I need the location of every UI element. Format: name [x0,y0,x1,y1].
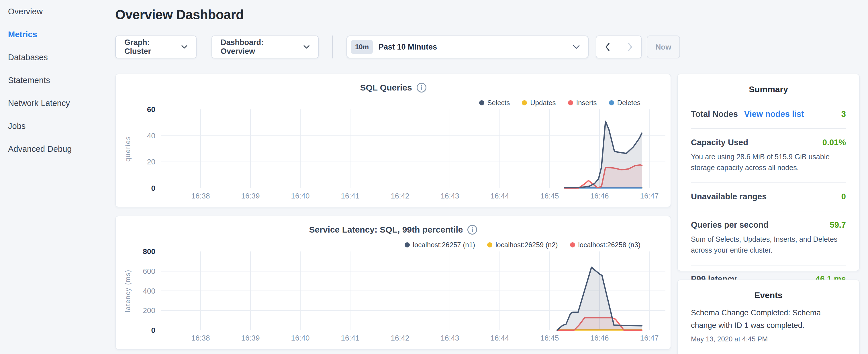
qps-value: 59.7 [830,220,846,230]
summary-row-capacity: Capacity Used 0.01% You are using 28.6 M… [691,129,846,183]
svg-text:16:47: 16:47 [640,334,658,342]
legend-dot-icon [487,242,492,248]
svg-text:800: 800 [143,247,155,256]
svg-text:16:42: 16:42 [391,334,409,342]
sidebar-item-overview[interactable]: Overview [0,0,115,23]
summary-row-unavailable-ranges: Unavailable ranges 0 [691,183,846,212]
svg-text:0: 0 [151,184,155,192]
svg-text:16:46: 16:46 [590,192,609,200]
time-step-buttons [596,35,642,58]
summary-panel: Summary Total Nodes View nodes list 3 Ca… [677,74,860,271]
svg-text:16:41: 16:41 [341,334,359,342]
svg-text:queries: queries [124,136,131,162]
dashboard-dropdown-label: Dashboard: Overview [221,38,298,56]
svg-text:16:44: 16:44 [490,192,509,200]
graph-dropdown-label: Graph: Cluster [124,38,176,56]
capacity-used-description: You are using 28.6 MiB of 515.9 GiB usab… [691,151,846,173]
total-nodes-label: Total Nodes [691,109,738,119]
svg-text:20: 20 [147,158,155,166]
unavailable-ranges-value: 0 [841,192,846,201]
sidebar-item-metrics[interactable]: Metrics [0,23,115,46]
svg-text:600: 600 [143,267,155,276]
time-range-badge: 10m [351,40,373,54]
view-nodes-list-link[interactable]: View nodes list [744,109,804,119]
chevron-down-icon [181,45,187,49]
chart-title-row: SQL Queriesi [116,83,671,93]
sidebar: OverviewMetricsDatabasesStatementsNetwor… [0,0,115,354]
event-list-item: Schema Change Completed: Schema change w… [691,307,846,343]
svg-text:16:40: 16:40 [291,192,309,200]
sidebar-item-statements[interactable]: Statements [0,69,115,92]
qps-description: Sum of Selects, Updates, Inserts, and De… [691,234,846,255]
svg-text:16:38: 16:38 [191,192,210,200]
capacity-used-value: 0.01% [823,138,846,147]
svg-text:400: 400 [143,287,155,295]
summary-row-qps: Queries per second 59.7 Sum of Selects, … [691,212,846,265]
controls-divider [333,35,333,58]
chart-title: Service Latency: SQL, 99th percentile [309,225,463,234]
svg-text:16:45: 16:45 [540,334,559,342]
chart-title-row: Service Latency: SQL, 99th percentilei [116,225,671,234]
step-back-button[interactable] [596,36,619,58]
event-text: Schema Change Completed: Schema change w… [691,307,846,332]
plot-area: 604020016:3816:3916:4016:4116:4216:4316:… [124,105,665,204]
svg-text:0: 0 [151,326,155,334]
svg-text:200: 200 [143,306,155,315]
dashboard-dropdown[interactable]: Dashboard: Overview [212,35,319,58]
sidebar-item-network-latency[interactable]: Network Latency [0,92,115,115]
svg-text:16:38: 16:38 [191,334,210,342]
legend-dot-icon [405,242,410,248]
sql-queries-chart-card: SQL QueriesiSelectsUpdatesInsertsDeletes… [115,74,671,207]
events-title: Events [678,290,859,300]
sidebar-item-advanced-debug[interactable]: Advanced Debug [0,137,115,160]
svg-text:16:39: 16:39 [241,334,260,342]
legend-dot-icon [609,100,614,105]
sidebar-item-databases[interactable]: Databases [0,46,115,69]
graph-dropdown[interactable]: Graph: Cluster [115,35,196,58]
event-timestamp: May 13, 2020 at 4:45 PM [691,335,846,343]
info-icon[interactable]: i [417,83,426,93]
svg-text:16:47: 16:47 [640,192,658,200]
legend-dot-icon [522,100,527,105]
summary-row-total-nodes: Total Nodes View nodes list 3 [691,100,846,129]
qps-label: Queries per second [691,220,769,230]
summary-title: Summary [678,85,859,94]
svg-text:16:39: 16:39 [241,192,260,200]
time-range-selector[interactable]: 10m Past 10 Minutes [346,35,589,58]
svg-text:16:40: 16:40 [291,334,309,342]
svg-text:16:45: 16:45 [540,192,559,200]
legend-dot-icon [568,100,573,105]
service-latency-chart-card: Service Latency: SQL, 99th percentileilo… [115,216,671,350]
svg-text:16:46: 16:46 [590,334,609,342]
chevron-down-icon [304,45,309,49]
legend-dot-icon [570,242,575,248]
sidebar-item-jobs[interactable]: Jobs [0,115,115,137]
svg-text:16:42: 16:42 [391,192,409,200]
svg-text:60: 60 [147,105,155,114]
svg-text:16:43: 16:43 [440,192,459,200]
info-icon[interactable]: i [467,225,477,234]
plot-area: 800600400200016:3816:3916:4016:4116:4216… [124,247,665,346]
step-forward-button[interactable] [619,36,641,58]
unavailable-ranges-label: Unavailable ranges [691,192,767,201]
events-panel: Events Schema Change Completed: Schema c… [677,280,860,354]
legend-dot-icon [479,100,484,105]
chevron-down-icon [572,45,580,49]
svg-text:16:43: 16:43 [440,334,459,342]
chevron-left-icon [604,42,611,52]
svg-text:40: 40 [147,131,155,140]
svg-text:16:44: 16:44 [490,334,509,342]
svg-text:latency (ms): latency (ms) [124,269,131,312]
page-title: Overview Dashboard [115,7,244,22]
capacity-used-label: Capacity Used [691,138,748,147]
chart-title: SQL Queries [360,83,412,93]
time-range-label: Past 10 Minutes [378,43,437,52]
svg-text:16:41: 16:41 [341,192,359,200]
now-button[interactable]: Now [647,35,680,58]
chevron-right-icon [627,42,633,52]
total-nodes-value: 3 [841,109,846,119]
controls-row: Graph: Cluster Dashboard: Overview 10m P… [115,35,680,58]
